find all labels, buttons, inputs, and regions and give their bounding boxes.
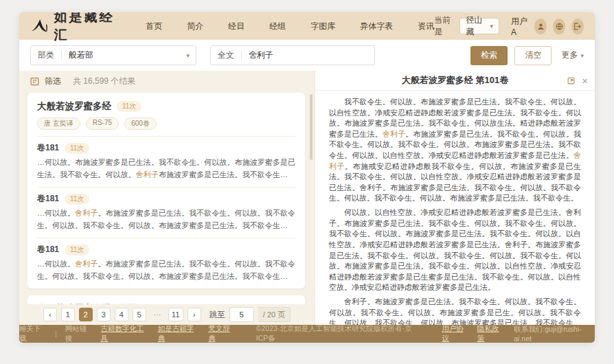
footer-link-古籍数字化工具[interactable]: 古籍数字化工具 — [101, 324, 148, 343]
main-content: 筛选 共 16,599 个结果 大般若波罗蜜多经11次唐 玄奘译RS-75600… — [19, 71, 595, 325]
highlight-term: 舍利子 — [75, 260, 98, 268]
page-ellipsis: ··· — [150, 308, 164, 321]
open-fullscreen-button[interactable] — [567, 76, 576, 85]
tag-pill: 600卷 — [124, 117, 157, 130]
fulltext-input[interactable] — [242, 51, 352, 60]
viewer-paragraph: 何以故。以自性空故。净戒安忍精进静虑般若波罗蜜多是已生法。舍利子。布施波罗蜜多是… — [329, 207, 581, 293]
globe-icon — [555, 22, 564, 31]
volume-label: 卷181 — [37, 244, 59, 255]
card-title-row: 大般若波罗蜜多经11次 — [37, 303, 295, 304]
excerpt-item[interactable]: 卷18111次…何以故。布施波罗蜜多是已生法。我不欲令生。何以故。布施波罗蜜多是… — [37, 136, 295, 181]
search-bar: 部类 般若部 ▾ 全文 检索 清空 更多 ▾ — [19, 40, 595, 71]
page-button-4[interactable]: 4 — [115, 308, 128, 321]
nav-item-经目[interactable]: 经目 — [228, 21, 245, 32]
more-button[interactable]: 更多 ▾ — [561, 49, 584, 61]
text-segment: …何以故。 — [37, 260, 75, 268]
top-right-cluster: 当前是 径山藏 ▾ 用户A — [434, 14, 584, 38]
username-label: 用户A — [511, 16, 528, 37]
footer-link-如是古籍字典[interactable]: 如是古籍字典 — [158, 324, 198, 343]
result-card[interactable]: 大般若波罗蜜多经11次唐 玄奘译RS-75600卷卷18111次…何以故。布施波… — [27, 93, 305, 288]
brand-logo-icon — [30, 16, 49, 36]
volume-label: 卷181 — [37, 193, 59, 205]
edition-select-value: 径山藏 — [466, 14, 483, 38]
footer-contact: 联系我们:guji@rushi-ai.net — [514, 325, 595, 343]
footer-link-用户协议[interactable]: 用户协议 — [442, 324, 469, 343]
footer-divider: | — [55, 330, 57, 338]
brand-name: 如是藏经汇 — [54, 12, 117, 44]
text-segment: …何以故。 — [37, 209, 75, 217]
viewer-body: 我不欲令生。何以故。布施波罗蜜多是已生法。我不欲令生。何以故。以自性空故。净戒安… — [315, 91, 595, 325]
main-nav: 首页简介经目经组字图库异体字表资讯 — [146, 21, 434, 32]
nav-item-异体字表[interactable]: 异体字表 — [360, 21, 393, 32]
viewer-title: 大般若波罗蜜多经 第101卷 — [315, 74, 595, 87]
chevron-down-icon: ▾ — [186, 52, 196, 59]
footer-link-梵文辞典[interactable]: 梵文辞典 — [208, 324, 236, 343]
edition-select[interactable]: 径山藏 ▾ — [459, 18, 499, 34]
jump-label: 跳至 — [209, 310, 225, 320]
nav-item-经组[interactable]: 经组 — [269, 21, 286, 32]
excerpt-text: …何以故。布施波罗蜜多是已生法。我不欲令生。何以故。布施波罗蜜多是已生法。我不欲… — [37, 157, 295, 181]
highlight-term: 舍利子 — [75, 209, 98, 217]
filter-label[interactable]: 筛选 — [45, 76, 61, 87]
excerpt-text: …何以故。舍利子。布施波罗蜜多是已生法。我不欲令生。何以故。我不欲令生。何以故。… — [37, 258, 295, 282]
logout-button[interactable] — [571, 19, 584, 34]
footer-links-label: 网站链接 — [65, 324, 93, 343]
page-button-11[interactable]: 11 — [168, 308, 183, 321]
viewer-paragraph: 舍利子。布施波罗蜜多是已生法。我不欲令生。何以故。我不欲令生。何以故。我不欲令生… — [329, 297, 581, 325]
match-count-badge: 11次 — [117, 101, 141, 112]
user-icon — [536, 22, 545, 31]
brand[interactable]: 如是藏经汇 — [30, 12, 117, 44]
excerpt-header: 卷18111次 — [37, 193, 295, 205]
clear-button[interactable]: 清空 — [514, 46, 552, 65]
result-list: 大般若波罗蜜多经11次唐 玄奘译RS-75600卷卷18111次…何以故。布施波… — [19, 91, 315, 304]
viewer-panel: 大般若波罗蜜多经 第101卷 × 我不欲令生。何以故。布施波罗蜜多是已生法。我不… — [315, 71, 595, 325]
results-header: 筛选 共 16,599 个结果 — [19, 71, 315, 91]
nav-item-字图库[interactable]: 字图库 — [310, 21, 335, 32]
next-page-button[interactable]: › — [187, 308, 201, 321]
scrollbar[interactable] — [310, 94, 312, 160]
page-button-5[interactable]: 5 — [133, 308, 146, 321]
highlight-term: 舍利子 — [136, 170, 159, 179]
open-in-new-icon — [567, 76, 576, 85]
top-bar: 如是藏经汇 首页简介经目经组字图库异体字表资讯 当前是 径山藏 ▾ 用户A — [19, 12, 595, 40]
card-title-row: 大般若波罗蜜多经11次 — [37, 100, 295, 113]
footer-link-隐私政策[interactable]: 隐私政策 — [477, 324, 505, 343]
category-select[interactable]: 部类 般若部 ▾ — [30, 45, 196, 65]
tag-list: 唐 玄奘译RS-75600卷 — [37, 117, 295, 130]
excerpt-item[interactable]: 卷18111次…何以故。舍利子。布施波罗蜜多是已生法。我不欲令生。何以故。我不欲… — [37, 238, 295, 282]
nav-item-简介[interactable]: 简介 — [187, 21, 203, 32]
match-count-badge: 11次 — [65, 244, 89, 255]
text-segment: 何以故。以自性空故。净戒安忍精进静虑般若波罗蜜多是已生法。舍利子。布施波罗蜜多是… — [329, 208, 581, 291]
match-count-badge: 11次 — [65, 143, 89, 154]
current-edition-label: 当前是 — [434, 14, 453, 38]
page-button-1[interactable]: 1 — [61, 308, 75, 321]
logout-icon — [573, 22, 582, 31]
nav-item-资讯[interactable]: 资讯 — [418, 21, 434, 32]
text-segment: 舍利子。布施波罗蜜多是已生法。我不欲令生。何以故。我不欲令生。何以故。我不欲令生… — [329, 297, 581, 325]
viewer-header: 大般若波罗蜜多经 第101卷 × — [315, 71, 595, 91]
search-actions: 检索 清空 更多 ▾ — [470, 46, 584, 65]
fulltext-field: 全文 — [210, 45, 375, 65]
language-button[interactable] — [553, 19, 565, 34]
app-window: 如是藏经汇 首页简介经目经组字图库异体字表资讯 当前是 径山藏 ▾ 用户A — [19, 12, 595, 343]
result-title: 大般若波罗蜜多经 — [37, 100, 111, 113]
results-panel: 筛选 共 16,599 个结果 大般若波罗蜜多经11次唐 玄奘译RS-75600… — [19, 71, 315, 325]
excerpt-item[interactable]: 卷18111次…何以故。舍利子。布施波罗蜜多是已生法。我不欲令生。何以故。我不欲… — [37, 187, 295, 231]
footer-download-link[interactable]: 相关下载 — [19, 324, 47, 343]
nav-item-首页[interactable]: 首页 — [146, 21, 162, 32]
result-title: 大般若波罗蜜多经 — [37, 303, 111, 304]
page-button-3[interactable]: 3 — [97, 308, 111, 321]
close-icon: × — [582, 76, 588, 86]
prev-page-button[interactable]: ‹ — [43, 308, 57, 321]
jump-page-input[interactable] — [229, 307, 254, 322]
search-button[interactable]: 检索 — [470, 46, 508, 65]
pagination: ‹ 12345···11 › 跳至 / 20 页 — [19, 304, 315, 325]
close-viewer-button[interactable]: × — [582, 76, 588, 86]
page-button-2[interactable]: 2 — [79, 308, 93, 321]
user-account-button[interactable] — [534, 19, 547, 34]
footer: 相关下载 | 网站链接 古籍数字化工具如是古籍字典梵文辞典 ©2023·北京如是… — [19, 325, 595, 343]
result-card[interactable]: 大般若波罗蜜多经11次唐 玄奘译RS-75600卷卷18111次…何以故。布施波… — [27, 295, 305, 304]
result-count: 共 16,599 个结果 — [73, 76, 135, 87]
total-pages-label: / 20 页 — [258, 307, 291, 322]
footer-copyright: ©2023·北京如是人工智能技术研究院版权所有·京ICP备 — [256, 324, 422, 343]
